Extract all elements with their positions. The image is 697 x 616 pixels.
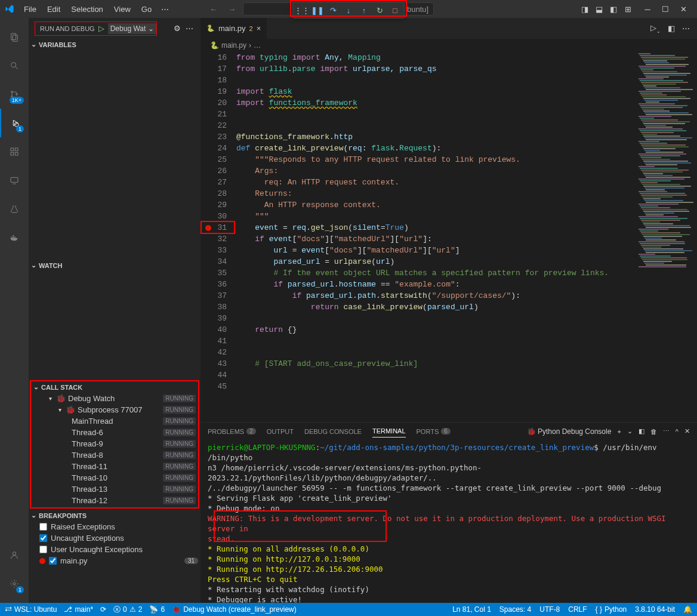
start-debug-icon[interactable]: ▷ [98, 24, 104, 33]
split-editor-icon[interactable]: ◧ [668, 24, 675, 33]
tab-output[interactable]: OUTPUT [267, 426, 294, 438]
nav-forward-icon[interactable]: → [228, 5, 236, 14]
source-control-icon[interactable]: 1K+ [0, 80, 29, 109]
testing-icon[interactable] [0, 195, 29, 223]
debug-sidebar: RUN AND DEBUG ▷ Debug Wat ⌄ ⚙ ⋯ ⌄VARIABL… [29, 18, 201, 603]
tab-terminal[interactable]: TERMINAL [372, 425, 406, 438]
tab-problems[interactable]: PROBLEMS2 [208, 426, 256, 438]
language-status[interactable]: { } Python [596, 605, 627, 614]
remote-indicator[interactable]: ⮂ WSL: Ubuntu [5, 605, 57, 614]
menu-edit[interactable]: Edit [42, 2, 65, 16]
bp-uncaught[interactable]: Uncaught Exceptions [29, 532, 201, 544]
code-editor[interactable]: 1617181920212223242526272829303132333435… [201, 52, 697, 422]
callstack-row[interactable]: ▾🐞Subprocess 77007RUNNING [31, 404, 198, 415]
drag-handle-icon[interactable]: ⋮⋮ [295, 4, 309, 17]
explorer-icon[interactable] [0, 23, 29, 51]
step-out-icon[interactable]: ↑ [357, 4, 371, 17]
menu-selection[interactable]: Selection [66, 2, 107, 16]
watch-section-header[interactable]: ⌄WATCH [29, 260, 201, 271]
remote-explorer-icon[interactable] [0, 166, 29, 195]
callstack-row[interactable]: Thread-8RUNNING [31, 449, 198, 461]
callstack-row[interactable]: MainThreadRUNNING [31, 415, 198, 427]
svg-point-19 [13, 583, 16, 585]
restart-icon[interactable]: ↻ [373, 4, 386, 17]
problems-status[interactable]: ⓧ 0 ⚠ 2 [113, 605, 142, 615]
variables-section-header[interactable]: ⌄VARIABLES [29, 39, 201, 50]
window-close-icon[interactable]: ✕ [674, 2, 692, 16]
tab-ports[interactable]: PORTS6 [417, 426, 451, 438]
callstack-row[interactable]: Thread-6RUNNING [31, 427, 198, 438]
run-file-icon[interactable]: ▷⌄ [650, 23, 661, 34]
bp-file[interactable]: main.py31 [29, 555, 201, 566]
breakpoint-icon[interactable] [205, 225, 211, 231]
layout-panel-icon[interactable]: ⬓ [593, 5, 605, 14]
menu-overflow[interactable]: ⋯ [156, 2, 174, 16]
layout-customize-icon[interactable]: ⊞ [622, 5, 634, 14]
kill-terminal-icon[interactable]: 🗑 [650, 428, 657, 435]
svg-rect-16 [14, 237, 16, 238]
menu-go[interactable]: Go [137, 2, 156, 16]
window-minimize-icon[interactable]: ─ [639, 2, 656, 16]
step-over-icon[interactable]: ↷ [326, 4, 340, 17]
window-maximize-icon[interactable]: ☐ [656, 2, 674, 16]
nav-back-icon[interactable]: ← [209, 5, 217, 14]
callstack-row[interactable]: Thread-9RUNNING [31, 438, 198, 449]
split-terminal-icon[interactable]: ◧ [639, 427, 644, 435]
git-branch[interactable]: ⎇ main* [64, 605, 93, 614]
svg-point-18 [13, 552, 16, 555]
indent-status[interactable]: Spaces: 4 [499, 605, 531, 614]
settings-gear-icon[interactable]: 1 [0, 569, 29, 598]
notifications-icon[interactable]: 🔔 [683, 605, 692, 614]
search-icon[interactable] [0, 51, 29, 80]
tab-debug-console[interactable]: DEBUG CONSOLE [304, 426, 362, 438]
encoding-status[interactable]: UTF-8 [539, 605, 560, 614]
tab-close-icon[interactable]: × [257, 24, 261, 33]
debug-toolbar[interactable]: ⋮⋮ ❚❚ ↷ ↓ ↑ ↻ □ [292, 2, 405, 19]
menu-view[interactable]: View [109, 2, 135, 16]
docker-icon[interactable] [0, 223, 29, 252]
tab-label: main.py [218, 24, 246, 33]
bp-user-uncaught[interactable]: User Uncaught Exceptions [29, 544, 201, 555]
callstack-row[interactable]: Thread-10RUNNING [31, 472, 198, 483]
extensions-icon[interactable] [0, 137, 29, 166]
tab-main-py[interactable]: 🐍 main.py 2 × [201, 18, 267, 39]
run-config-selector[interactable]: RUN AND DEBUG ▷ Debug Wat ⌄ [35, 21, 157, 36]
menu-file[interactable]: File [19, 2, 41, 16]
callstack-row[interactable]: Thread-13RUNNING [31, 483, 198, 495]
breakpoints-section-header[interactable]: ⌄BREAKPOINTS [29, 510, 201, 521]
eol-status[interactable]: CRLF [568, 605, 587, 614]
tab-modified: 2 [249, 25, 253, 32]
step-into-icon[interactable]: ↓ [342, 4, 355, 17]
close-panel-icon[interactable]: ✕ [684, 427, 690, 435]
sidebar-more-icon[interactable]: ⋯ [186, 24, 193, 33]
svg-rect-8 [11, 148, 14, 151]
ports-status[interactable]: 📡 6 [149, 605, 165, 614]
python-version[interactable]: 3.8.10 64-bit [635, 605, 675, 614]
pause-icon[interactable]: ❚❚ [311, 4, 324, 17]
sync-icon[interactable]: ⟳ [100, 605, 106, 614]
accounts-icon[interactable] [0, 541, 29, 569]
breadcrumbs[interactable]: 🐍 main.py › … [201, 39, 697, 52]
minimap[interactable] [637, 52, 697, 422]
config-name[interactable]: Debug Wat ⌄ [108, 23, 156, 34]
callstack-row[interactable]: Thread-12RUNNING [31, 495, 198, 506]
bp-raised[interactable]: Raised Exceptions [29, 521, 201, 532]
svg-rect-17 [13, 235, 14, 236]
callstack-section-header[interactable]: ⌄CALL STACK [31, 381, 198, 393]
python-file-icon: 🐍 [206, 24, 215, 32]
terminal-dropdown-icon[interactable]: ⌄ [627, 427, 633, 435]
callstack-row[interactable]: ▾🐞Debug WatchRUNNING [31, 393, 198, 404]
run-debug-icon[interactable]: 1 [0, 109, 29, 137]
callstack-row[interactable]: Thread-11RUNNING [31, 461, 198, 472]
config-gear-icon[interactable]: ⚙ [174, 24, 181, 33]
panel-more-icon[interactable]: ⋯ [663, 427, 670, 435]
maximize-panel-icon[interactable]: ^ [676, 428, 679, 435]
stop-icon[interactable]: □ [388, 4, 402, 17]
debug-status[interactable]: 🐞 Debug Watch (create_link_preview) [172, 605, 297, 614]
layout-primary-icon[interactable]: ◨ [579, 5, 591, 14]
new-terminal-icon[interactable]: + [617, 428, 621, 435]
layout-secondary-icon[interactable]: ◧ [607, 5, 619, 14]
editor-more-icon[interactable]: ⋯ [682, 24, 690, 33]
cursor-position[interactable]: Ln 81, Col 1 [452, 605, 491, 614]
svg-rect-10 [11, 152, 14, 155]
